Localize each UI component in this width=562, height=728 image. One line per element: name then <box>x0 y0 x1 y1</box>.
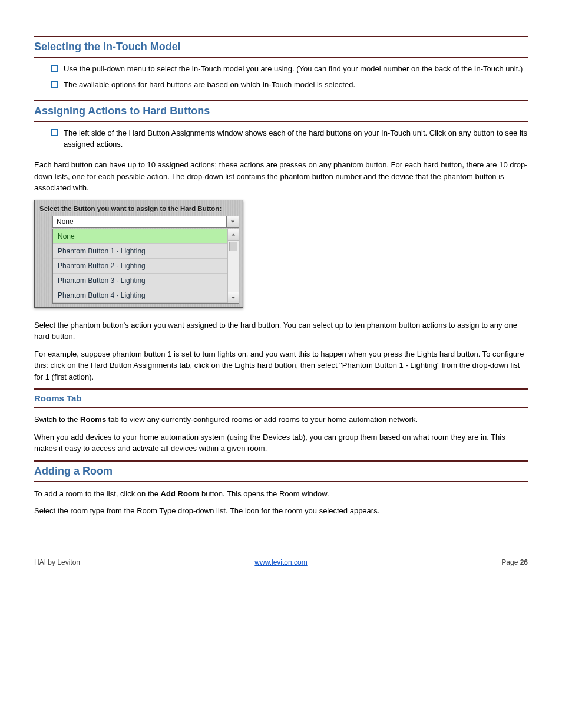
assign-paragraph-example: For example, suppose phantom button 1 is… <box>34 348 528 383</box>
square-bullet-icon <box>51 81 58 88</box>
assign-bullet-list: The left side of the Hard Button Assignm… <box>34 128 528 150</box>
add-room-paragraph-1: To add a room to the list, click on the … <box>34 488 528 500</box>
text-run: Switch to the <box>34 415 80 424</box>
svg-rect-0 <box>51 65 57 71</box>
chevron-up-icon <box>231 232 236 237</box>
section-divider <box>34 460 528 462</box>
screenshot-label: Select the Button you want to assign to … <box>38 204 239 216</box>
section-title-intouch-model: Selecting the In-Touch Model <box>34 41 528 53</box>
rooms-tab-name: Rooms <box>80 415 106 424</box>
assign-paragraph-2: Select the phantom button's action you w… <box>34 319 528 342</box>
section-divider <box>34 407 528 408</box>
svg-rect-2 <box>51 130 57 136</box>
list-item-text: The available options for hard buttons a… <box>64 80 528 91</box>
dropdown-toggle-button[interactable] <box>227 216 239 228</box>
phantom-button-option[interactable]: Phantom Button 4 - Lighting <box>53 288 227 303</box>
section-divider <box>34 36 528 37</box>
square-bullet-icon <box>51 65 58 72</box>
list-item-text: Use the pull-down menu to select the In-… <box>64 64 528 75</box>
section-divider <box>34 481 528 482</box>
rooms-paragraph-1: Switch to the Rooms tab to view any curr… <box>34 414 528 426</box>
section-divider <box>34 100 528 101</box>
option-list-scrollbar[interactable] <box>227 229 239 303</box>
list-item: Use the pull-down menu to select the In-… <box>51 64 528 75</box>
list-item: The available options for hard buttons a… <box>51 80 528 91</box>
section-title-rooms-tab: Rooms Tab <box>34 393 528 403</box>
scroll-thumb[interactable] <box>229 242 237 251</box>
footer-center: www.leviton.com <box>0 558 562 566</box>
phantom-button-option[interactable]: Phantom Button 1 - Lighting <box>53 244 227 259</box>
text-run: button. This opens the Room window. <box>199 489 329 498</box>
section-divider <box>34 121 528 122</box>
section-title-assign-actions: Assigning Actions to Hard Buttons <box>34 105 528 117</box>
chevron-down-icon <box>231 295 236 300</box>
phantom-button-option[interactable]: Phantom Button 3 - Lighting <box>53 274 227 288</box>
intouch-bullet-list: Use the pull-down menu to select the In-… <box>34 64 528 91</box>
list-item: The left side of the Hard Button Assignm… <box>51 128 528 150</box>
hard-button-select-screenshot: Select the Button you want to assign to … <box>34 200 243 308</box>
section-divider <box>34 57 528 58</box>
list-item-text: The left side of the Hard Button Assignm… <box>64 128 528 150</box>
page-footer: HAI by Leviton www.leviton.com Page 26 <box>34 558 528 566</box>
add-room-paragraph-2: Select the room type from the Room Type … <box>34 505 528 517</box>
text-run: To add a room to the list, click on the <box>34 489 161 498</box>
top-divider <box>34 24 528 24</box>
text-run: tab to view any currently-configured roo… <box>106 415 418 424</box>
chevron-down-icon <box>230 219 235 224</box>
section-title-adding-room: Adding a Room <box>34 465 528 477</box>
phantom-button-select[interactable]: None <box>52 216 227 228</box>
scroll-down-button[interactable] <box>228 292 239 303</box>
square-bullet-icon <box>51 129 58 136</box>
assign-paragraph-1: Each hard button can have up to 10 assig… <box>34 159 528 194</box>
phantom-button-option-list: None Phantom Button 1 - Lighting Phantom… <box>52 229 239 304</box>
svg-rect-1 <box>51 81 57 87</box>
phantom-button-option[interactable]: Phantom Button 2 - Lighting <box>53 259 227 274</box>
section-divider <box>34 388 528 390</box>
footer-link[interactable]: www.leviton.com <box>254 558 307 566</box>
add-room-button-name: Add Room <box>161 489 200 498</box>
rooms-paragraph-2: When you add devices to your home automa… <box>34 431 528 454</box>
scroll-up-button[interactable] <box>228 229 239 241</box>
phantom-button-option[interactable]: None <box>53 229 227 244</box>
